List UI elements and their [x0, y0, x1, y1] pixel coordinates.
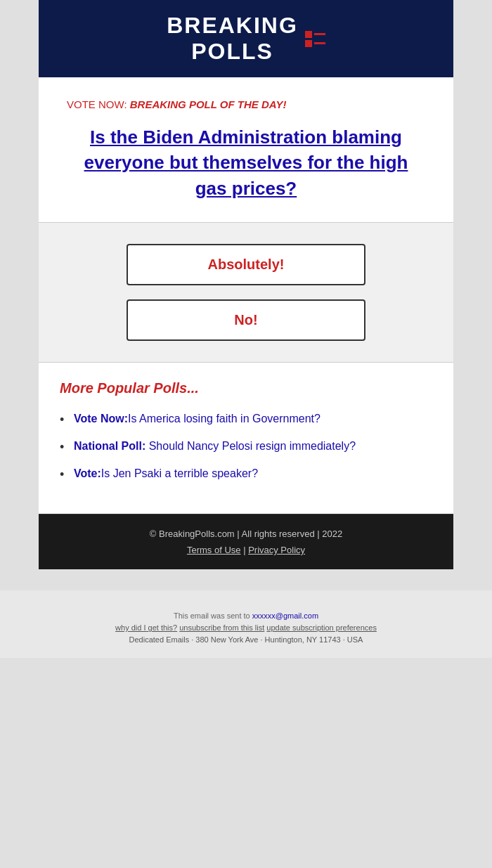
- vote-no-button[interactable]: No!: [127, 299, 365, 341]
- icon-box-1: [305, 31, 312, 38]
- poll-item-1-label[interactable]: Vote Now:: [74, 413, 128, 425]
- logo-icon-row1: [305, 31, 325, 38]
- email-sent-info: This email was sent to xxxxxx@gmail.com: [14, 611, 478, 620]
- poll-item-3-label[interactable]: Vote:: [74, 467, 101, 479]
- poll-item-2-text[interactable]: Should Nancy Pelosi resign immediately?: [145, 440, 356, 452]
- email-sent-prefix: This email was sent to: [174, 611, 250, 620]
- email-footer: This email was sent to xxxxxx@gmail.com …: [0, 590, 492, 658]
- site-footer: © BreakingPolls.com | All rights reserve…: [39, 514, 453, 569]
- footer-links: Terms of Use | Privacy Policy: [53, 545, 439, 555]
- update-preferences-link[interactable]: update subscription preferences: [266, 623, 377, 632]
- vote-now-emphasis: BREAKING POLL OF THE DAY!: [130, 98, 287, 110]
- footer-copyright: © BreakingPolls.com | All rights reserve…: [53, 529, 439, 539]
- poll-item-3: Vote:Is Jen Psaki a terrible speaker?: [60, 465, 432, 482]
- email-address-link[interactable]: xxxxxx@gmail.com: [252, 611, 318, 620]
- icon-line-1: [314, 33, 325, 35]
- email-footer-links: why did I get this? unsubscribe from thi…: [14, 623, 478, 632]
- terms-of-use-link[interactable]: Terms of Use: [187, 545, 241, 555]
- icon-line-2: [314, 42, 325, 44]
- icon-box-2: [305, 40, 312, 47]
- email-container: BREAKING POLLS VOTE NOW:: [39, 0, 453, 569]
- polls-list: Vote Now:Is America losing faith in Gove…: [60, 410, 432, 482]
- logo: BREAKING POLLS: [167, 13, 325, 65]
- page-wrapper: BREAKING POLLS VOTE NOW:: [0, 0, 492, 658]
- poll-question: Is the Biden Administration blaming ever…: [67, 124, 425, 201]
- poll-item-2: National Poll: Should Nancy Pelosi resig…: [60, 438, 432, 455]
- email-footer-address: Dedicated Emails · 380 New York Ave · Hu…: [14, 635, 478, 644]
- more-polls-section: More Popular Polls... Vote Now:Is Americ…: [39, 363, 453, 514]
- logo-line1: BREAKING: [167, 13, 298, 38]
- unsubscribe-link[interactable]: unsubscribe from this list: [179, 623, 264, 632]
- logo-line2: POLLS: [191, 39, 273, 64]
- why-link[interactable]: why did I get this?: [115, 623, 177, 632]
- more-polls-title: More Popular Polls...: [60, 380, 432, 396]
- poll-section: VOTE NOW: BREAKING POLL OF THE DAY! Is t…: [39, 77, 453, 223]
- poll-item-2-label[interactable]: National Poll:: [74, 440, 145, 452]
- logo-icon: [305, 31, 325, 47]
- poll-item-1-text[interactable]: Is America losing faith in Government?: [128, 413, 321, 425]
- privacy-policy-link[interactable]: Privacy Policy: [248, 545, 305, 555]
- voting-section: Absolutely! No!: [39, 223, 453, 363]
- logo-icon-row2: [305, 40, 325, 47]
- logo-text: BREAKING POLLS: [167, 13, 298, 65]
- vote-absolutely-button[interactable]: Absolutely!: [127, 244, 365, 285]
- vote-now-label: VOTE NOW: BREAKING POLL OF THE DAY!: [67, 98, 425, 110]
- site-header: BREAKING POLLS: [39, 0, 453, 77]
- poll-item-3-text[interactable]: Is Jen Psaki a terrible speaker?: [101, 467, 258, 479]
- poll-item-1: Vote Now:Is America losing faith in Gove…: [60, 410, 432, 427]
- vote-now-prefix: VOTE NOW:: [67, 98, 127, 110]
